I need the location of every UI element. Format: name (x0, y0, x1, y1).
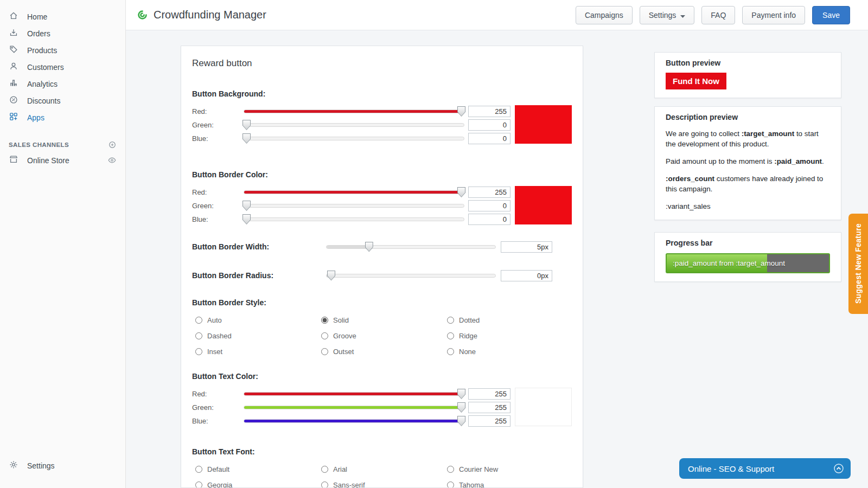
border-style-option-groove[interactable]: Groove (318, 330, 444, 341)
slider-thumb[interactable] (457, 187, 465, 197)
save-button-label: Save (822, 11, 840, 20)
border-style-option-solid[interactable]: Solid (318, 314, 444, 325)
faq-button[interactable]: FAQ (701, 6, 735, 24)
background-blue-slider[interactable] (244, 137, 464, 140)
sidebar-item-label: Products (27, 46, 57, 55)
save-button[interactable]: Save (812, 6, 850, 24)
slider-thumb[interactable] (242, 201, 251, 211)
payment-info-button[interactable]: Payment info (742, 6, 805, 24)
border-style-option-none[interactable]: None (444, 346, 570, 357)
text-blue-slider[interactable] (244, 419, 464, 423)
slider-thumb[interactable] (242, 133, 251, 144)
button-text-color-group: Red: Green: Blue: (192, 387, 572, 428)
sidebar-item-analytics[interactable]: Analytics (0, 75, 125, 92)
border-style-radio-inset[interactable] (195, 348, 202, 355)
font-option-georgia[interactable]: Georgia (192, 479, 318, 488)
option-label: Dotted (459, 316, 480, 324)
background-blue-value-input[interactable] (468, 133, 510, 144)
font-radio-courier-new[interactable] (447, 466, 454, 473)
border-style-radio-dashed[interactable] (195, 332, 202, 339)
sidebar-item-online-store[interactable]: Online Store (0, 152, 125, 169)
sidebar-item-home[interactable]: Home (0, 8, 125, 25)
font-radio-tahoma[interactable] (447, 481, 454, 488)
font-radio-sans-serif[interactable] (321, 481, 328, 488)
border-blue-value-input[interactable] (468, 214, 510, 225)
font-option-courier-new[interactable]: Courier New (444, 464, 570, 474)
border-style-option-inset[interactable]: Inset (192, 346, 318, 357)
border-style-radio-groove[interactable] (321, 332, 328, 339)
text-green-slider[interactable] (244, 406, 464, 409)
suggest-new-feature-tab[interactable]: Suggest New Feature (848, 214, 868, 314)
text-red-slider[interactable] (244, 392, 464, 396)
button-border-color-label: Button Border Color: (192, 170, 572, 179)
sidebar-item-apps[interactable]: Apps (0, 109, 125, 126)
sidebar: Home Orders Products Customers Analytics… (0, 0, 126, 488)
border-style-radio-outset[interactable] (321, 348, 328, 355)
border-style-option-auto[interactable]: Auto (192, 314, 318, 325)
view-store-eye-icon[interactable] (107, 156, 117, 165)
slider-thumb[interactable] (457, 416, 465, 426)
option-label: Groove (333, 332, 356, 340)
fund-it-now-preview-button[interactable]: Fund It Now (666, 73, 726, 89)
border-style-radio-auto[interactable] (195, 317, 202, 324)
background-green-value-input[interactable] (468, 119, 510, 131)
border-width-value-input[interactable] (501, 241, 552, 253)
background-color-swatch (515, 105, 572, 144)
slider-thumb[interactable] (457, 402, 465, 413)
background-red-slider[interactable] (244, 110, 464, 113)
border-style-radio-none[interactable] (447, 348, 454, 355)
border-blue-slider[interactable] (244, 217, 464, 221)
border-style-option-dotted[interactable]: Dotted (444, 314, 570, 325)
chevron-up-icon[interactable] (833, 463, 844, 474)
settings-dropdown-button[interactable]: Settings (640, 6, 695, 24)
progress-bar-text: :paid_amount from :target_amount (673, 254, 785, 272)
border-style-radio-ridge[interactable] (447, 332, 454, 339)
sidebar-item-discounts[interactable]: Discounts (0, 92, 125, 109)
slider-row: Green: (192, 401, 510, 414)
text-red-value-input[interactable] (468, 388, 510, 400)
add-sales-channel-icon[interactable] (108, 140, 117, 149)
sidebar-item-label: Home (27, 12, 47, 21)
border-width-slider[interactable] (326, 245, 496, 249)
font-radio-default[interactable] (195, 466, 202, 473)
description-paragraph: Paid amount up to the moment is :paid_am… (666, 156, 830, 166)
slider-thumb[interactable] (365, 242, 373, 252)
font-radio-arial[interactable] (321, 466, 328, 473)
sidebar-item-settings[interactable]: Settings (0, 457, 125, 474)
sidebar-item-products[interactable]: Products (0, 42, 125, 59)
background-green-slider[interactable] (244, 123, 464, 127)
border-red-slider[interactable] (244, 190, 464, 194)
font-option-arial[interactable]: Arial (318, 464, 444, 474)
slider-thumb[interactable] (457, 106, 465, 117)
slider-thumb[interactable] (242, 214, 251, 224)
campaigns-button[interactable]: Campaigns (576, 6, 633, 24)
border-style-option-ridge[interactable]: Ridge (444, 330, 570, 341)
border-style-radio-dotted[interactable] (447, 317, 454, 324)
background-red-value-input[interactable] (468, 106, 510, 117)
text-blue-value-input[interactable] (468, 415, 510, 427)
description-paragraph: We are going to collect :target_amount t… (666, 129, 830, 149)
border-red-value-input[interactable] (468, 187, 510, 198)
font-option-tahoma[interactable]: Tahoma (444, 479, 570, 488)
font-radio-georgia[interactable] (195, 481, 202, 488)
border-green-value-input[interactable] (468, 200, 510, 211)
border-green-slider[interactable] (244, 204, 464, 208)
sidebar-item-orders[interactable]: Orders (0, 25, 125, 42)
font-option-sans-serif[interactable]: Sans-serif (318, 479, 444, 488)
border-style-option-dashed[interactable]: Dashed (192, 330, 318, 341)
slider-thumb[interactable] (242, 120, 251, 130)
slider-thumb[interactable] (327, 271, 335, 281)
border-style-radio-solid[interactable] (321, 317, 328, 324)
border-style-option-outset[interactable]: Outset (318, 346, 444, 357)
border-radius-value-input[interactable] (501, 270, 552, 281)
font-option-default[interactable]: Default (192, 464, 318, 474)
text-font-options: Default Arial Courier New Georgia Sans-s… (192, 464, 572, 488)
border-radius-slider[interactable] (326, 274, 496, 278)
text-green-value-input[interactable] (468, 402, 510, 413)
support-chat-widget[interactable]: Online - SEO & Support (679, 458, 851, 479)
slider-thumb[interactable] (457, 389, 465, 399)
option-label: Arial (333, 465, 347, 473)
sidebar-item-customers[interactable]: Customers (0, 59, 125, 75)
suggest-new-feature-label: Suggest New Feature (854, 223, 863, 304)
button-preview-title: Button preview (666, 59, 830, 67)
